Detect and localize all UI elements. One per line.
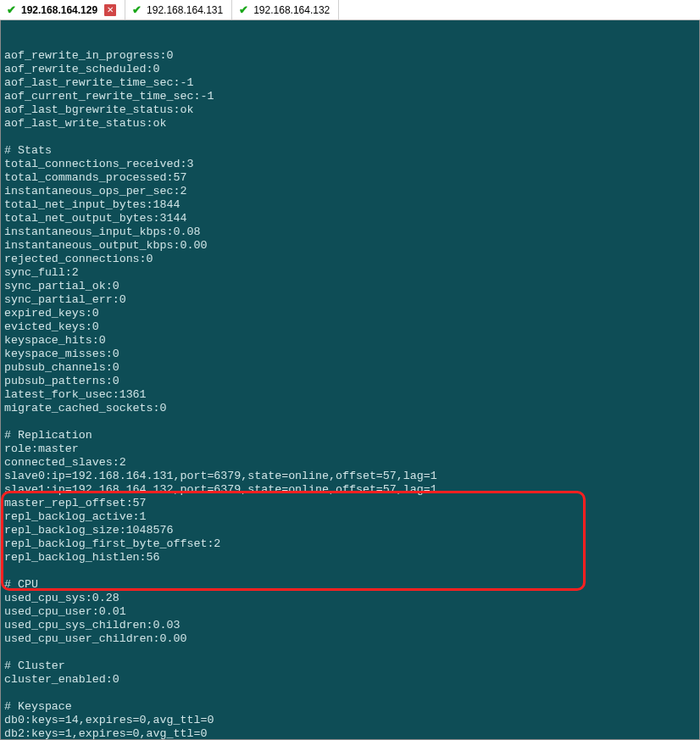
tab-host-132[interactable]: ✔ 192.168.164.132 bbox=[232, 0, 339, 19]
terminal-output: aof_rewrite_in_progress:0 aof_rewrite_sc… bbox=[4, 49, 696, 740]
tab-host-129[interactable]: ✔ 192.168.164.129 ✕ bbox=[0, 0, 125, 19]
checkmark-icon: ✔ bbox=[237, 4, 249, 16]
checkmark-icon: ✔ bbox=[5, 4, 17, 16]
terminal-pane[interactable]: aof_rewrite_in_progress:0 aof_rewrite_sc… bbox=[0, 20, 700, 740]
tab-label: 192.168.164.129 bbox=[21, 4, 97, 16]
tab-label: 192.168.164.131 bbox=[147, 4, 223, 16]
tab-label: 192.168.164.132 bbox=[253, 4, 330, 16]
tab-host-131[interactable]: ✔ 192.168.164.131 bbox=[125, 0, 232, 19]
checkmark-icon: ✔ bbox=[131, 4, 142, 16]
close-icon[interactable]: ✕ bbox=[104, 4, 116, 16]
tab-bar: ✔ 192.168.164.129 ✕ ✔ 192.168.164.131 ✔ … bbox=[0, 0, 700, 20]
